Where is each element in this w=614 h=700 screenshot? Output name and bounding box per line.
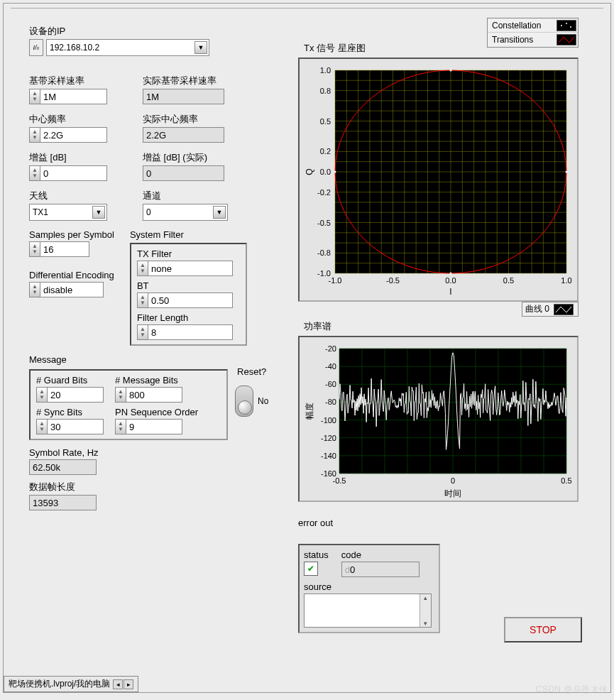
svg-text:I: I: [449, 287, 451, 297]
antenna-label: 天线: [29, 190, 107, 202]
chevron-down-icon[interactable]: ▼: [194, 41, 207, 54]
scroll-left-icon[interactable]: ◂: [113, 679, 123, 689]
spin-arrows[interactable]: ▲▼: [29, 241, 40, 257]
pn-order-input[interactable]: [126, 419, 182, 434]
spin-arrows[interactable]: ▲▼: [137, 324, 148, 340]
svg-text:-120: -120: [321, 434, 336, 442]
center-freq-input[interactable]: [40, 127, 107, 143]
svg-text:0.2: 0.2: [320, 147, 331, 155]
svg-text:-20: -20: [325, 344, 336, 353]
code-label: code: [341, 549, 420, 560]
antenna-select[interactable]: TX1 ▼: [29, 204, 107, 221]
channel-label: 通道: [143, 190, 228, 202]
svg-text:时间: 时间: [444, 488, 461, 498]
spin-arrows[interactable]: ▲▼: [29, 165, 40, 181]
spin-arrows[interactable]: ▲▼: [137, 261, 148, 276]
project-tab[interactable]: 靶场便携机.lvproj/我的电脑 ◂ ▸: [4, 676, 138, 692]
spin-arrows[interactable]: ▲▼: [36, 387, 47, 403]
sync-bits-input[interactable]: [47, 419, 104, 434]
system-filter-label: System Filter: [130, 229, 247, 240]
svg-text:-0.5: -0.5: [386, 276, 400, 285]
gain-actual: 0: [143, 165, 224, 181]
footer-text: 靶场便携机.lvproj/我的电脑: [9, 678, 110, 690]
points-icon: [557, 20, 576, 31]
sps-input[interactable]: [40, 241, 89, 257]
svg-text:-0.2: -0.2: [317, 188, 331, 197]
svg-text:-80: -80: [325, 398, 336, 406]
frame-len-label: 数据帧长度: [29, 481, 285, 493]
svg-text:1.0: 1.0: [320, 66, 331, 75]
spin-arrows[interactable]: ▲▼: [36, 419, 47, 434]
reset-value: No: [258, 396, 268, 406]
channel-select[interactable]: 0 ▼: [143, 204, 228, 221]
sync-bits-label: # Sync Bits: [36, 407, 104, 417]
svg-text:1.0: 1.0: [561, 276, 571, 285]
scroll-right-icon[interactable]: ▸: [124, 679, 133, 689]
svg-text:-40: -40: [325, 362, 336, 371]
message-bits-input[interactable]: [126, 387, 182, 403]
legend-constellation: Constellation: [488, 21, 555, 31]
source-text[interactable]: ▴▾: [304, 594, 432, 628]
constellation-legend: Constellation Transitions: [487, 18, 579, 48]
scrollbar[interactable]: ▴▾: [420, 594, 431, 627]
svg-text:0.5: 0.5: [503, 276, 514, 285]
reset-toggle[interactable]: [235, 385, 253, 417]
diff-enc-input[interactable]: [40, 282, 104, 297]
power-legend-label: 曲线 0: [525, 303, 549, 315]
legend-transitions: Transitions: [488, 35, 555, 45]
baseband-rate-actual-label: 实际基带采样速率: [143, 75, 224, 87]
spin-arrows[interactable]: ▲▼: [115, 419, 126, 434]
spin-arrows[interactable]: ▲▼: [29, 89, 40, 104]
line-icon: [554, 304, 574, 315]
svg-point-64: [450, 70, 452, 72]
ip-label: 设备的IP: [29, 25, 285, 38]
message-bits-label: # Message Bits: [115, 375, 182, 385]
chevron-down-icon[interactable]: ▼: [213, 206, 226, 219]
gain-input[interactable]: [40, 165, 107, 181]
tx-filter-input[interactable]: [148, 261, 233, 276]
io-icon: I/₀: [29, 39, 43, 56]
svg-text:0.8: 0.8: [320, 87, 331, 95]
spin-arrows[interactable]: ▲▼: [137, 292, 148, 308]
svg-point-66: [450, 273, 452, 275]
gain-actual-label: 增益 [dB] (实际): [143, 151, 224, 164]
center-freq-actual-label: 实际中心频率: [143, 113, 224, 126]
svg-text:0.0: 0.0: [445, 276, 456, 285]
ip-select[interactable]: 192.168.10.2 ▼: [46, 39, 209, 56]
code-value: d0: [341, 562, 420, 577]
svg-text:0: 0: [451, 476, 455, 485]
spin-arrows[interactable]: ▲▼: [29, 127, 40, 143]
spin-arrows[interactable]: ▲▼: [29, 282, 40, 297]
constellation-chart: -1.0-0.50.00.51.0-1.0-0.8-0.5-0.20.00.20…: [298, 58, 579, 302]
guard-bits-label: # Guard Bits: [36, 375, 104, 385]
baseband-rate-label: 基带采样速率: [29, 75, 107, 87]
message-label: Message: [29, 354, 285, 365]
baseband-rate-input[interactable]: [40, 89, 107, 104]
filter-length-label: Filter Length: [137, 312, 240, 323]
svg-text:-60: -60: [325, 380, 336, 388]
bt-input[interactable]: [148, 292, 233, 308]
ip-value: 192.168.10.2: [50, 43, 99, 53]
svg-text:0.0: 0.0: [320, 168, 331, 176]
power-legend: 曲线 0: [522, 302, 579, 317]
center-freq-label: 中心频率: [29, 113, 107, 126]
status-label: status: [304, 549, 329, 560]
svg-point-2: [570, 26, 571, 28]
error-out-label: error out: [298, 518, 579, 528]
stop-button[interactable]: STOP: [504, 617, 582, 642]
spin-arrows[interactable]: ▲▼: [115, 387, 126, 403]
filter-length-input[interactable]: [148, 324, 233, 340]
sps-label: Samples per Symbol: [29, 229, 114, 240]
watermark: CSDN @乌恩大侠: [535, 684, 608, 696]
chevron-down-icon[interactable]: ▼: [92, 206, 105, 219]
pn-order-label: PN Sequence Order: [115, 407, 198, 417]
svg-text:-160: -160: [321, 469, 336, 478]
guard-bits-input[interactable]: [47, 387, 104, 403]
baseband-rate-actual: 1M: [143, 89, 224, 104]
status-led: ✔: [304, 562, 318, 576]
frame-len-value: 13593: [29, 495, 97, 510]
bt-label: BT: [137, 280, 240, 291]
gain-label: 增益 [dB]: [29, 151, 107, 164]
diff-enc-label: Differential Encoding: [29, 270, 114, 280]
svg-point-63: [566, 171, 568, 173]
